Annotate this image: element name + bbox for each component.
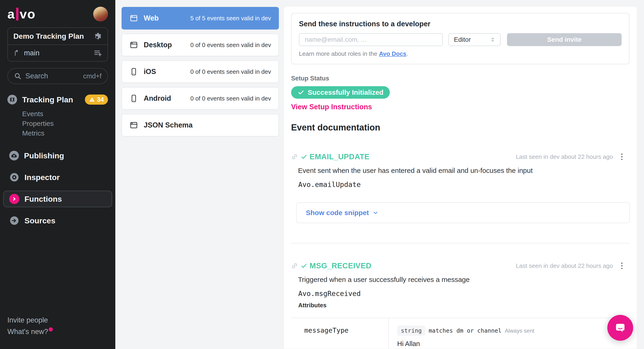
logo-letter-a: a bbox=[8, 6, 15, 21]
roles-note-period: . bbox=[406, 50, 408, 57]
setup-status-badge: Successfully Initialized bbox=[291, 86, 390, 99]
valid-check-icon bbox=[301, 154, 307, 160]
whats-new-link[interactable]: What's new? bbox=[8, 326, 53, 338]
issues-badge[interactable]: 34 bbox=[85, 94, 108, 105]
kebab-menu-icon[interactable] bbox=[619, 261, 624, 271]
issues-count: 34 bbox=[97, 96, 104, 103]
setup-status-text: Successfully Initialized bbox=[308, 88, 383, 96]
search-icon bbox=[14, 72, 22, 80]
source-card-json-schema[interactable]: JSON Schema bbox=[122, 114, 279, 136]
link-icon[interactable] bbox=[291, 153, 298, 160]
sidebar: avo Demo Tracking Plan main Search cmd+f bbox=[0, 0, 115, 349]
send-invite-button[interactable]: Send invite bbox=[507, 33, 622, 46]
search-placeholder: Search bbox=[25, 72, 83, 80]
browser-icon bbox=[130, 121, 138, 130]
sidebar-item-label: Inspector bbox=[24, 173, 106, 182]
chevron-down-icon[interactable] bbox=[372, 209, 379, 216]
event-documentation-heading: Event documentation bbox=[291, 123, 630, 133]
sidebar-item-publishing[interactable]: Publishing bbox=[3, 147, 112, 164]
sources-icon bbox=[9, 216, 20, 226]
search-input[interactable]: Search cmd+f bbox=[8, 68, 108, 84]
source-card-ios[interactable]: iOS 0 of 0 events seen valid in dev bbox=[122, 60, 279, 83]
avo-docs-link[interactable]: Avo Docs bbox=[379, 50, 406, 57]
warning-icon bbox=[89, 97, 95, 103]
user-avatar[interactable] bbox=[93, 7, 108, 21]
sidebar-item-sources[interactable]: Sources bbox=[3, 212, 112, 229]
cloud-upload-icon bbox=[9, 151, 19, 160]
attributes-table: messageType string matches dm or channel… bbox=[291, 318, 630, 349]
sidebar-item-label: Functions bbox=[24, 195, 106, 204]
branch-icon bbox=[14, 49, 21, 57]
source-name: Android bbox=[144, 94, 171, 103]
view-setup-instructions-link[interactable]: View Setup Instructions bbox=[291, 103, 630, 111]
avo-logo: avo bbox=[8, 6, 36, 21]
source-card-desktop[interactable]: Desktop 0 of 0 events seen valid in dev bbox=[122, 34, 279, 56]
sidebar-item-properties[interactable]: Properties bbox=[22, 119, 108, 128]
map-icon bbox=[8, 95, 17, 104]
role-select[interactable]: Editor bbox=[448, 33, 500, 46]
chat-launcher-button[interactable] bbox=[607, 315, 633, 341]
attribute-example-value: Hi Allan bbox=[397, 340, 630, 348]
setup-status-label: Setup Status bbox=[291, 75, 630, 82]
source-card-web[interactable]: Web 5 of 5 events seen valid in dev bbox=[122, 7, 279, 29]
invite-card: Send these instructions to a developer E… bbox=[291, 13, 630, 64]
sidebar-item-events[interactable]: Events bbox=[22, 109, 108, 119]
event-name[interactable]: EMAIL_UPDATE bbox=[310, 152, 370, 161]
gear-icon[interactable] bbox=[94, 32, 102, 40]
event-block-email-update: EMAIL_UPDATE Last seen in dev about 22 h… bbox=[291, 152, 630, 243]
sidebar-item-tracking-plan[interactable]: Tracking Plan 34 bbox=[8, 93, 108, 106]
source-card-android[interactable]: Android 0 of 0 events seen valid in dev bbox=[122, 87, 279, 110]
source-status: 0 of 0 events seen valid in dev bbox=[190, 95, 271, 102]
event-description: Event sent when the user has entered a v… bbox=[291, 167, 630, 174]
attribute-sent-label: Always sent bbox=[505, 328, 534, 334]
attribute-type-chip: string bbox=[397, 326, 425, 336]
kebab-menu-icon[interactable] bbox=[619, 152, 624, 162]
functions-icon bbox=[9, 194, 20, 204]
workspace-row[interactable]: Demo Tracking Plan bbox=[8, 28, 108, 44]
chat-bubble-icon bbox=[614, 322, 626, 334]
browser-icon bbox=[130, 40, 138, 49]
valid-check-icon bbox=[301, 263, 307, 269]
source-status: 5 of 5 events seen valid in dev bbox=[190, 15, 271, 22]
source-name: iOS bbox=[144, 67, 156, 76]
attributes-heading: Attributes bbox=[291, 302, 630, 309]
logo-pink-bar bbox=[16, 7, 18, 20]
source-status: 0 of 0 events seen valid in dev bbox=[190, 41, 271, 49]
invite-title: Send these instructions to a developer bbox=[299, 20, 622, 28]
whats-new-label: What's new? bbox=[8, 328, 48, 336]
sources-panel: Web 5 of 5 events seen valid in dev Desk… bbox=[115, 0, 284, 349]
email-field[interactable] bbox=[299, 33, 443, 46]
divider bbox=[291, 243, 630, 243]
search-shortcut: cmd+f bbox=[83, 72, 102, 80]
sidebar-item-functions[interactable]: Functions bbox=[3, 191, 112, 207]
sidebar-nav: Tracking Plan 34 Events Properties Metri… bbox=[8, 93, 108, 229]
mobile-icon bbox=[130, 67, 138, 76]
sidebar-item-label: Sources bbox=[24, 216, 106, 225]
sidebar-item-inspector[interactable]: Inspector bbox=[3, 169, 112, 186]
sidebar-item-label: Tracking Plan bbox=[22, 95, 85, 104]
roles-note: Learn more about roles in the Avo Docs. bbox=[299, 50, 622, 57]
sidebar-item-metrics[interactable]: Metrics bbox=[22, 128, 108, 138]
event-description: Triggered when a user successfully recei… bbox=[291, 276, 630, 284]
new-branch-icon[interactable] bbox=[94, 49, 102, 57]
check-icon bbox=[298, 89, 304, 96]
code-snippet-box: Show code snippet bbox=[296, 202, 630, 223]
sidebar-item-label: Publishing bbox=[24, 151, 106, 160]
notification-dot bbox=[49, 327, 53, 332]
workspace-name: Demo Tracking Plan bbox=[14, 32, 94, 40]
roles-note-text: Learn more about roles in the bbox=[299, 50, 379, 57]
browser-icon bbox=[130, 14, 138, 22]
event-code: Avo.msgReceived bbox=[291, 290, 630, 298]
invite-people-link[interactable]: Invite people bbox=[8, 315, 53, 326]
event-code: Avo.emailUpdate bbox=[291, 180, 630, 189]
show-code-snippet-button[interactable]: Show code snippet bbox=[306, 209, 369, 217]
branch-row[interactable]: main bbox=[8, 44, 108, 61]
role-select-value: Editor bbox=[454, 36, 471, 43]
main-panel: Send these instructions to a developer E… bbox=[284, 6, 637, 349]
branch-name: main bbox=[24, 49, 94, 57]
event-name[interactable]: MSG_RECEIVED bbox=[310, 261, 371, 270]
event-block-msg-received: MSG_RECEIVED Last seen in dev about 22 h… bbox=[291, 261, 630, 349]
link-icon[interactable] bbox=[291, 262, 298, 269]
event-last-seen: Last seen in dev about 22 hours ago bbox=[516, 262, 613, 270]
source-status: 0 of 0 events seen valid in dev bbox=[190, 68, 271, 75]
